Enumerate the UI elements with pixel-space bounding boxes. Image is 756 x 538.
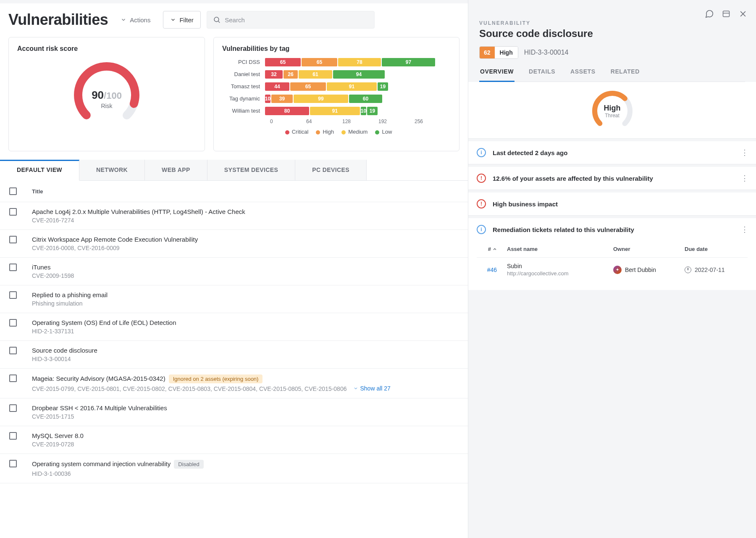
row-content: Citrix Workspace App Remote Code Executi… (32, 236, 459, 251)
info-text: High business impact (493, 200, 748, 208)
vuln-subtitle: CVE-2019-0728 (32, 441, 459, 448)
vulnerability-id: HID-3-3-00014 (524, 49, 569, 56)
cards-row: Account risk score 90/100 Risk (0, 29, 468, 151)
chart-row-label: Tomasz test (226, 83, 265, 90)
table-row[interactable]: Mageia: Security Advisory (MGASA-2015-03… (0, 369, 468, 398)
vuln-title: Operating system command injection vulne… (32, 460, 171, 467)
alert-icon: ! (477, 199, 486, 208)
search-input[interactable] (225, 16, 368, 24)
ticket-owner: ✦ Bert Dubbin (613, 266, 685, 274)
table-row[interactable]: Operating system command injection vulne… (0, 454, 468, 483)
row-checkbox[interactable] (9, 236, 17, 243)
chart-seg-low: 97 (382, 58, 435, 66)
table-row[interactable]: Apache Log4j 2.0.x Multiple Vulnerabilit… (0, 202, 468, 230)
chart-seg-critical: 65 (265, 58, 301, 66)
table-row[interactable]: Citrix Workspace App Remote Code Executi… (0, 230, 468, 258)
more-icon[interactable]: ⋮ (741, 225, 748, 234)
vuln-subtitle: HID-3-3-00014 (32, 356, 459, 362)
chart-row: Daniel test 32 26 61 94 (226, 68, 451, 80)
tickets-col-num[interactable]: # (477, 246, 502, 252)
layout-icon[interactable] (722, 9, 731, 18)
tags-card-title: Vulnerabilities by tag (222, 45, 451, 53)
chevron-down-icon (121, 17, 126, 23)
chart-seg-high: 65 (302, 58, 337, 66)
chart-seg-critical: 32 (265, 70, 283, 79)
vuln-subtitle: CVE-2016-0008, CVE-2016-0009 (32, 245, 459, 251)
chart-seg-low: 19 (367, 107, 378, 115)
vuln-title: iTunes (32, 264, 50, 271)
tab-web-app[interactable]: WEB APP (145, 160, 207, 180)
table-row[interactable]: Source code disclosureHID-3-3-00014 (0, 341, 468, 369)
severity-label: High (495, 47, 518, 58)
chevron-down-icon (170, 17, 176, 23)
row-checkbox[interactable] (9, 432, 17, 440)
panel-eyebrow: VULNERABILITY (479, 20, 745, 26)
tab-default-view[interactable]: DEFAULT VIEW (0, 160, 79, 181)
row-checkbox[interactable] (9, 374, 17, 382)
row-checkbox[interactable] (9, 404, 17, 412)
table-row[interactable]: MySQL Server 8.0CVE-2019-0728 (0, 426, 468, 454)
vuln-subtitle: HID-2-1-337131 (32, 328, 459, 335)
ticket-due-date: 2022-07-11 (695, 266, 725, 273)
row-checkbox[interactable] (9, 460, 17, 467)
panel-tab-overview[interactable]: OVERVIEW (479, 68, 514, 82)
vuln-title: Operating System (OS) End of Life (EOL) … (32, 319, 176, 326)
legend-critical: Critical (285, 129, 309, 135)
topbar: Vulnerabilities Actions Filter (0, 3, 468, 29)
axis-tick: 128 (342, 119, 378, 124)
svg-point-0 (214, 17, 219, 22)
tickets-col-asset[interactable]: Asset name (502, 246, 613, 252)
panel-tab-details[interactable]: DETAILS (528, 68, 556, 82)
table-row[interactable]: Dropbear SSH < 2016.74 Multiple Vulnerab… (0, 398, 468, 426)
vuln-subtitle: CVE-2009-1598 (32, 272, 459, 279)
tab-system-devices[interactable]: SYSTEM DEVICES (207, 160, 296, 180)
svg-rect-4 (723, 11, 730, 16)
info-text: 12.6% of your assets are affected by thi… (493, 175, 734, 182)
tab-pc-devices[interactable]: PC DEVICES (295, 160, 367, 180)
table-row[interactable]: Operating System (OS) End of Life (EOL) … (0, 313, 468, 341)
svg-line-1 (218, 21, 220, 23)
chart-seg-medium: 61 (299, 70, 332, 79)
info-assets-affected: ! 12.6% of your assets are affected by t… (468, 167, 756, 190)
severity-badge: 62 High (479, 46, 518, 59)
chart-row: PCI DSS 65 65 78 97 (226, 56, 451, 68)
tab-network[interactable]: NETWORK (79, 160, 145, 180)
comments-icon[interactable] (705, 9, 714, 18)
tickets-col-owner[interactable]: Owner (613, 246, 685, 252)
ticket-row[interactable]: #46 Subin http://cargocollective.com ✦ B… (477, 258, 748, 282)
row-content: Replied to a phishing emailPhishing simu… (32, 291, 459, 307)
row-content: MySQL Server 8.0CVE-2019-0728 (32, 432, 459, 448)
select-all-checkbox[interactable] (9, 187, 17, 195)
more-icon[interactable]: ⋮ (741, 174, 748, 183)
actions-label: Actions (130, 16, 150, 24)
vuln-title: Citrix Workspace App Remote Code Executi… (32, 236, 198, 243)
search-field[interactable] (207, 11, 375, 29)
row-content: Mageia: Security Advisory (MGASA-2015-03… (32, 374, 459, 392)
table-row[interactable]: Replied to a phishing emailPhishing simu… (0, 285, 468, 313)
row-checkbox[interactable] (9, 264, 17, 271)
alert-icon: ! (477, 174, 486, 183)
show-all-link[interactable]: Show all 27 (353, 385, 390, 392)
legend-medium: Medium (341, 129, 368, 135)
row-checkbox[interactable] (9, 291, 17, 299)
close-icon[interactable] (738, 9, 748, 18)
tickets-col-due[interactable]: Due date (685, 246, 748, 252)
row-checkbox[interactable] (9, 208, 17, 216)
row-checkbox[interactable] (9, 347, 17, 354)
chart-seg-high: 26 (284, 70, 298, 79)
chart-seg-low: 19 (378, 82, 388, 91)
row-checkbox[interactable] (9, 319, 17, 327)
ticket-id[interactable]: #46 (477, 266, 502, 273)
panel-tab-related[interactable]: RELATED (610, 68, 640, 82)
threat-level: High (585, 104, 640, 113)
column-title[interactable]: Title (32, 188, 43, 195)
filter-button[interactable]: Filter (163, 11, 200, 29)
panel-tab-assets[interactable]: ASSETS (570, 68, 596, 82)
chart-seg-low: 10 (361, 107, 366, 115)
more-icon[interactable]: ⋮ (741, 148, 748, 157)
actions-button[interactable]: Actions (114, 11, 157, 29)
table-row[interactable]: iTunesCVE-2009-1598 (0, 258, 468, 285)
severity-row: 62 High HID-3-3-00014 (479, 46, 745, 59)
risk-gauge-wrap: 90/100 Risk (17, 56, 196, 131)
row-content: iTunesCVE-2009-1598 (32, 264, 459, 279)
